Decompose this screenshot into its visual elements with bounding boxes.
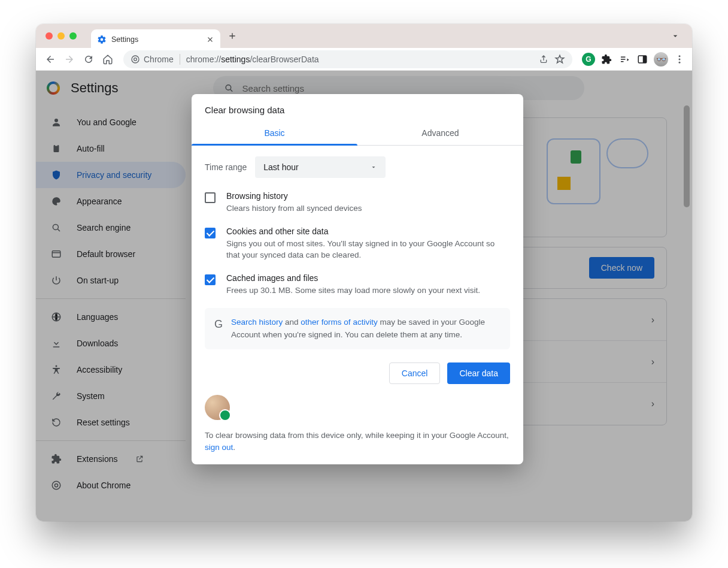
tab-strip: Settings — [36, 24, 692, 48]
chrome-icon — [131, 55, 140, 64]
content-area: Settings You and Google Auto-fill Pri — [36, 71, 692, 521]
minimize-window-button[interactable] — [57, 32, 65, 40]
checkbox-cookies[interactable] — [205, 228, 216, 238]
sign-out-link[interactable]: sign out — [205, 443, 233, 452]
svg-point-4 — [679, 55, 681, 57]
svg-rect-3 — [643, 56, 647, 63]
new-tab-button[interactable] — [228, 31, 237, 41]
toolbar: Chrome chrome://settings/clearBrowserDat… — [36, 48, 692, 71]
site-chip: Chrome — [131, 55, 174, 64]
option-title: Cached images and files — [226, 273, 480, 283]
tab-title: Settings — [111, 35, 201, 44]
browser-window: Settings Chrome chrome://settings/clearB… — [36, 24, 692, 521]
svg-point-5 — [679, 58, 681, 60]
back-button[interactable] — [42, 51, 59, 68]
extension-grammarly-icon[interactable]: G — [582, 53, 595, 66]
window-controls — [46, 32, 77, 40]
option-browsing-history[interactable]: Browsing history Clears history from all… — [205, 191, 510, 214]
tabs-dropdown-icon[interactable] — [671, 31, 680, 41]
side-panel-icon[interactable] — [636, 53, 649, 66]
dialog-title: Clear browsing data — [192, 94, 523, 121]
settings-gear-icon — [97, 35, 107, 44]
other-activity-link[interactable]: other forms of activity — [301, 318, 377, 327]
sync-profile-row — [192, 384, 523, 420]
close-tab-icon[interactable] — [206, 35, 214, 44]
checkbox-cache[interactable] — [205, 274, 216, 285]
activity-info-box: G Search history and other forms of acti… — [205, 308, 510, 349]
google-g-icon: G — [214, 316, 223, 341]
time-range-select[interactable]: Last hour — [255, 156, 386, 178]
search-history-link[interactable]: Search history — [231, 318, 283, 327]
option-cache[interactable]: Cached images and files Frees up 30.1 MB… — [205, 273, 510, 297]
tab-basic[interactable]: Basic — [192, 121, 357, 145]
toolbar-extensions: G 👓 — [582, 52, 686, 67]
maximize-window-button[interactable] — [69, 32, 77, 40]
checkbox-browsing-history[interactable] — [205, 192, 216, 203]
reload-button[interactable] — [80, 51, 97, 68]
chevron-down-icon — [370, 164, 377, 171]
bookmark-star-icon[interactable] — [554, 54, 565, 65]
forward-button[interactable] — [61, 51, 78, 68]
cancel-button[interactable]: Cancel — [389, 362, 441, 384]
option-title: Cookies and other site data — [226, 226, 510, 236]
option-subtitle: Frees up 30.1 MB. Some sites may load mo… — [226, 285, 480, 297]
clear-data-button[interactable]: Clear data — [447, 362, 510, 384]
time-range-value: Last hour — [263, 162, 298, 172]
activity-info-text: Search history and other forms of activi… — [231, 316, 500, 341]
omnibox-divider — [180, 54, 180, 65]
sign-out-note: To clear browsing data from this device … — [192, 420, 523, 454]
option-cookies[interactable]: Cookies and other site data Signs you ou… — [205, 226, 510, 261]
profile-avatar — [205, 395, 230, 420]
close-window-button[interactable] — [46, 32, 53, 40]
address-bar[interactable]: Chrome chrome://settings/clearBrowserDat… — [123, 50, 572, 68]
kebab-menu-icon[interactable] — [673, 53, 686, 66]
option-title: Browsing history — [226, 191, 362, 201]
media-controls-icon[interactable] — [618, 53, 631, 66]
svg-point-1 — [134, 58, 137, 61]
svg-point-0 — [132, 56, 139, 63]
url-text: chrome://settings/clearBrowserData — [186, 55, 319, 64]
option-subtitle: Clears history from all synced devices — [226, 203, 362, 214]
option-subtitle: Signs you out of most sites. You'll stay… — [226, 238, 510, 261]
svg-point-6 — [679, 61, 681, 63]
time-range-row: Time range Last hour — [205, 156, 510, 178]
home-button[interactable] — [99, 51, 116, 68]
profile-avatar-icon[interactable]: 👓 — [654, 52, 668, 67]
time-range-label: Time range — [205, 162, 247, 172]
dialog-actions: Cancel Clear data — [192, 354, 523, 384]
tab-advanced[interactable]: Advanced — [357, 121, 523, 145]
clear-browsing-data-dialog: Clear browsing data Basic Advanced Time … — [192, 94, 523, 464]
dialog-tabs: Basic Advanced — [192, 121, 523, 146]
site-chip-label: Chrome — [144, 55, 174, 64]
share-icon[interactable] — [539, 55, 548, 64]
extensions-puzzle-icon[interactable] — [600, 53, 613, 66]
browser-tab[interactable]: Settings — [91, 29, 220, 50]
dialog-body: Time range Last hour Browsing history Cl… — [192, 146, 523, 354]
